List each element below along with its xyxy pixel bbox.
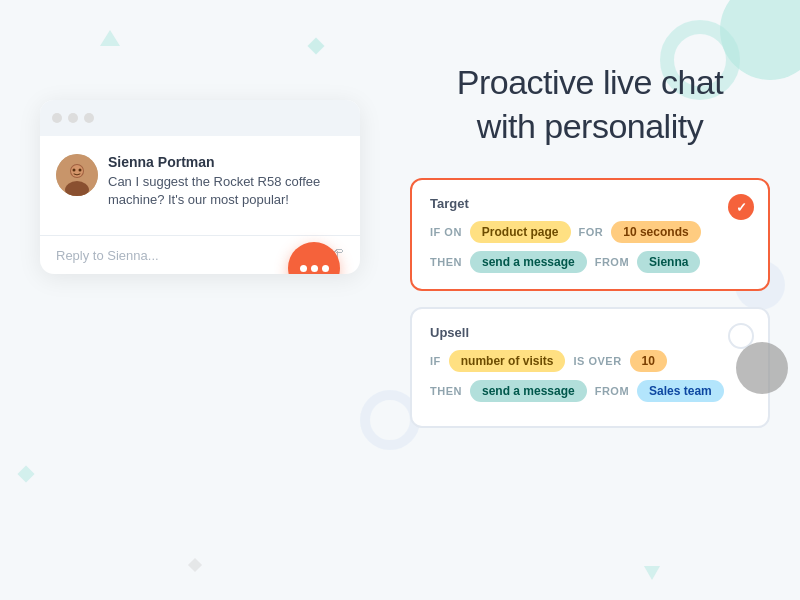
upsell-row-1: IF number of visits IS OVER 10 <box>430 350 750 372</box>
headline: Proactive live chat with personality <box>410 60 770 148</box>
label-then-2: THEN <box>430 385 462 397</box>
target-card[interactable]: Target ✓ IF ON Product page FOR 10 secon… <box>410 178 770 291</box>
headline-line1: Proactive live chat <box>457 63 723 101</box>
trigger-dot-1 <box>300 265 307 272</box>
header-dot-2 <box>68 113 78 123</box>
header-dot-3 <box>84 113 94 123</box>
tag-number-of-visits: number of visits <box>449 350 566 372</box>
agent-message: Can I suggest the Rocket R58 coffee mach… <box>108 173 344 209</box>
reply-placeholder: Reply to Sienna... <box>56 248 159 263</box>
label-is-over: IS OVER <box>573 355 621 367</box>
tag-send-message-2: send a message <box>470 380 587 402</box>
trigger-dot-3 <box>322 265 329 272</box>
target-card-title: Target <box>430 196 750 211</box>
target-row-1: IF ON Product page FOR 10 seconds <box>430 221 750 243</box>
svg-point-4 <box>73 169 76 172</box>
tag-product-page: Product page <box>470 221 571 243</box>
chat-message-row: Sienna Portman Can I suggest the Rocket … <box>56 154 344 209</box>
agent-name: Sienna Portman <box>108 154 344 170</box>
left-panel: Sienna Portman Can I suggest the Rocket … <box>0 0 400 600</box>
message-bubble: Sienna Portman Can I suggest the Rocket … <box>108 154 344 209</box>
tag-10-seconds: 10 seconds <box>611 221 700 243</box>
right-panel: Proactive live chat with personality Tar… <box>400 0 800 600</box>
chat-window: Sienna Portman Can I suggest the Rocket … <box>40 100 360 274</box>
upsell-card[interactable]: Upsell IF number of visits IS OVER 10 TH… <box>410 307 770 428</box>
upsell-row-2: THEN send a message FROM Sales team <box>430 380 750 402</box>
label-for: FOR <box>579 226 604 238</box>
headline-line2: with personality <box>477 107 703 145</box>
header-dot-1 <box>52 113 62 123</box>
avatar <box>56 154 98 196</box>
cards-area: Target ✓ IF ON Product page FOR 10 secon… <box>410 178 770 428</box>
upsell-card-title: Upsell <box>430 325 750 340</box>
tag-sales-team: Sales team <box>637 380 724 402</box>
target-card-check: ✓ <box>728 194 754 220</box>
chat-header <box>40 100 360 136</box>
tag-send-message-1: send a message <box>470 251 587 273</box>
label-then-1: THEN <box>430 256 462 268</box>
label-from-1: FROM <box>595 256 629 268</box>
label-from-2: FROM <box>595 385 629 397</box>
label-if-on: IF ON <box>430 226 462 238</box>
check-icon: ✓ <box>736 200 747 215</box>
tag-10: 10 <box>630 350 667 372</box>
label-if: IF <box>430 355 441 367</box>
trigger-dot-2 <box>311 265 318 272</box>
target-row-2: THEN send a message FROM Sienna <box>430 251 750 273</box>
tag-sienna: Sienna <box>637 251 700 273</box>
upsell-overlay-circle <box>736 342 788 394</box>
chat-body: Sienna Portman Can I suggest the Rocket … <box>40 136 360 235</box>
svg-point-5 <box>79 169 82 172</box>
headline-text: Proactive live chat with personality <box>410 60 770 148</box>
